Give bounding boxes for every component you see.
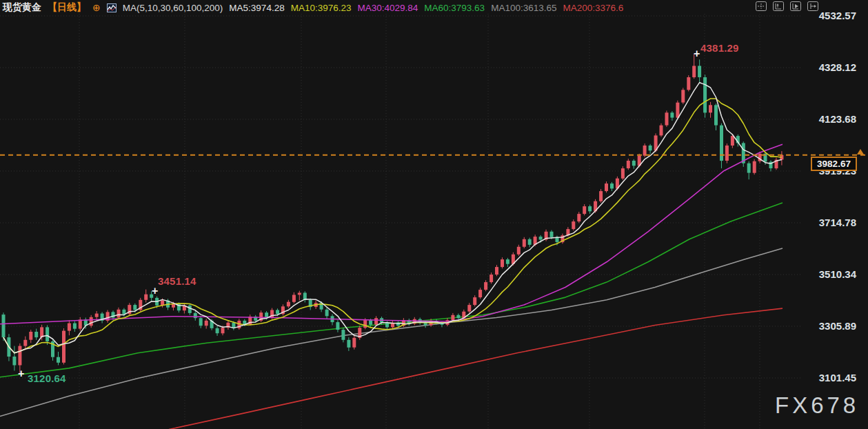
chart-header: 现货黄金 【日线】 ⊕ MA(5,10,30,60,100,200) MA5:3…: [3, 1, 623, 14]
axis-price-label: 3510.34: [803, 268, 856, 280]
symbol-name[interactable]: 现货黄金: [3, 1, 41, 14]
go-to-latest-icon[interactable]: [790, 1, 801, 11]
axis-price-label: 4532.57: [803, 10, 856, 21]
low-label: 3120.64: [28, 372, 66, 384]
ma10-value: MA10:3976.23: [291, 3, 352, 13]
local-high-label: 3451.14: [158, 275, 196, 287]
peak-high-label: 4381.29: [700, 42, 739, 54]
ma100-value: MA100:3613.65: [491, 3, 556, 13]
timeframe-label[interactable]: 【日线】: [48, 1, 86, 14]
pan-crosshair-icon[interactable]: [756, 1, 767, 11]
last-price-tag: 3982.67: [811, 157, 857, 171]
candlestick-chart[interactable]: [0, 0, 868, 429]
ma30-value: MA30:4029.84: [357, 3, 418, 13]
axis-price-label: 4123.68: [803, 113, 856, 125]
extreme-cross-marker: +: [18, 370, 24, 377]
axis-price-label: 3714.78: [803, 217, 856, 228]
ma60-value: MA60:3793.63: [424, 3, 485, 13]
axis-price-label: 3305.89: [803, 320, 856, 332]
watermark: FX678: [775, 392, 859, 419]
ma5-value: MA5:3974.28: [229, 3, 284, 13]
ma200-value: MA200:3376.6: [563, 3, 623, 13]
chart-toolbar: [756, 1, 818, 11]
price-pointer-icon[interactable]: [857, 149, 864, 154]
extreme-cross-marker: +: [152, 288, 158, 295]
axis-price-label: 3101.45: [803, 372, 856, 383]
ma-params-label: MA(5,10,30,60,100,200): [123, 3, 223, 13]
indicator-chart-icon[interactable]: [107, 3, 117, 12]
axis-price-label: 4328.12: [803, 61, 856, 73]
chart-window: 现货黄金 【日线】 ⊕ MA(5,10,30,60,100,200) MA5:3…: [0, 0, 868, 429]
fit-scale-icon[interactable]: [773, 1, 784, 11]
add-indicator-icon[interactable]: ⊕: [92, 3, 101, 12]
extreme-cross-marker: +: [694, 50, 700, 57]
shift-right-icon[interactable]: [807, 1, 818, 11]
